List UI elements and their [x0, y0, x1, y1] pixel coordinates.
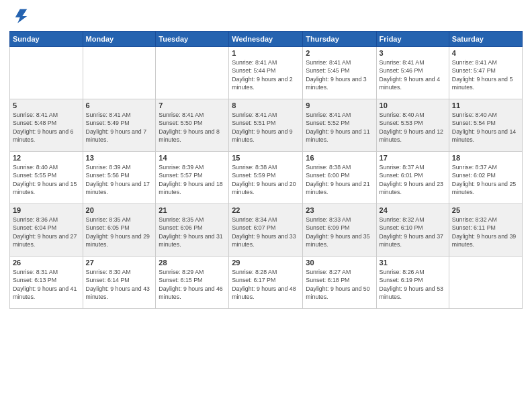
- calendar-cell: 26Sunrise: 8:31 AM Sunset: 6:13 PM Dayli…: [10, 257, 83, 309]
- calendar-week-row: 5Sunrise: 8:41 AM Sunset: 5:48 PM Daylig…: [10, 99, 523, 152]
- cell-day-number: 5: [13, 101, 80, 109]
- calendar-cell: 3Sunrise: 8:41 AM Sunset: 5:46 PM Daylig…: [376, 47, 449, 99]
- calendar-cell: 25Sunrise: 8:32 AM Sunset: 6:11 PM Dayli…: [449, 204, 522, 257]
- calendar-cell: 28Sunrise: 8:29 AM Sunset: 6:15 PM Dayli…: [156, 257, 229, 309]
- page: SundayMondayTuesdayWednesdayThursdayFrid…: [0, 0, 532, 411]
- cell-info-text: Sunrise: 8:36 AM Sunset: 6:04 PM Dayligh…: [13, 216, 80, 248]
- cell-info-text: Sunrise: 8:35 AM Sunset: 6:06 PM Dayligh…: [159, 216, 226, 248]
- cell-day-number: 27: [86, 259, 153, 267]
- cell-day-number: 8: [232, 101, 300, 109]
- cell-day-number: 13: [86, 154, 153, 162]
- cell-day-number: 22: [232, 206, 300, 214]
- weekday-header-sunday: Sunday: [10, 32, 83, 47]
- calendar-cell: 8Sunrise: 8:41 AM Sunset: 5:51 PM Daylig…: [229, 99, 303, 152]
- calendar-cell: 27Sunrise: 8:30 AM Sunset: 6:14 PM Dayli…: [83, 257, 156, 309]
- cell-info-text: Sunrise: 8:27 AM Sunset: 6:18 PM Dayligh…: [306, 268, 373, 301]
- cell-day-number: 4: [452, 49, 519, 57]
- calendar-cell: 13Sunrise: 8:39 AM Sunset: 5:56 PM Dayli…: [83, 152, 156, 204]
- cell-info-text: Sunrise: 8:32 AM Sunset: 6:11 PM Dayligh…: [452, 216, 519, 248]
- cell-day-number: 2: [306, 49, 373, 57]
- cell-day-number: 9: [306, 101, 373, 109]
- logo-icon: [9, 7, 28, 26]
- calendar-cell: 24Sunrise: 8:32 AM Sunset: 6:10 PM Dayli…: [376, 204, 449, 257]
- cell-day-number: 28: [159, 259, 226, 267]
- cell-day-number: 25: [452, 206, 519, 214]
- cell-info-text: Sunrise: 8:35 AM Sunset: 6:05 PM Dayligh…: [86, 216, 153, 248]
- weekday-header-friday: Friday: [376, 32, 449, 47]
- calendar-cell: 4Sunrise: 8:41 AM Sunset: 5:47 PM Daylig…: [449, 47, 522, 99]
- cell-info-text: Sunrise: 8:41 AM Sunset: 5:44 PM Dayligh…: [232, 58, 300, 91]
- calendar-cell: 11Sunrise: 8:40 AM Sunset: 5:54 PM Dayli…: [449, 99, 522, 152]
- calendar-cell: 23Sunrise: 8:33 AM Sunset: 6:09 PM Dayli…: [303, 204, 376, 257]
- cell-info-text: Sunrise: 8:31 AM Sunset: 6:13 PM Dayligh…: [13, 268, 80, 301]
- cell-info-text: Sunrise: 8:41 AM Sunset: 5:49 PM Dayligh…: [86, 111, 153, 144]
- cell-day-number: 19: [13, 206, 80, 214]
- cell-info-text: Sunrise: 8:26 AM Sunset: 6:19 PM Dayligh…: [380, 268, 446, 301]
- cell-info-text: Sunrise: 8:29 AM Sunset: 6:15 PM Dayligh…: [159, 268, 226, 301]
- weekday-header-tuesday: Tuesday: [156, 32, 229, 47]
- calendar-cell: 7Sunrise: 8:41 AM Sunset: 5:50 PM Daylig…: [156, 99, 229, 152]
- calendar-cell: [10, 47, 83, 99]
- cell-info-text: Sunrise: 8:28 AM Sunset: 6:17 PM Dayligh…: [232, 268, 300, 301]
- calendar-week-row: 1Sunrise: 8:41 AM Sunset: 5:44 PM Daylig…: [10, 47, 523, 99]
- cell-day-number: 31: [380, 259, 446, 267]
- weekday-header-thursday: Thursday: [303, 32, 376, 47]
- calendar-week-row: 26Sunrise: 8:31 AM Sunset: 6:13 PM Dayli…: [10, 257, 523, 309]
- cell-info-text: Sunrise: 8:41 AM Sunset: 5:48 PM Dayligh…: [13, 111, 80, 144]
- calendar-cell: 10Sunrise: 8:40 AM Sunset: 5:53 PM Dayli…: [376, 99, 449, 152]
- cell-info-text: Sunrise: 8:41 AM Sunset: 5:51 PM Dayligh…: [232, 111, 300, 144]
- calendar-cell: 19Sunrise: 8:36 AM Sunset: 6:04 PM Dayli…: [10, 204, 83, 257]
- cell-day-number: 3: [380, 49, 446, 57]
- cell-day-number: 7: [159, 101, 226, 109]
- calendar-cell: 5Sunrise: 8:41 AM Sunset: 5:48 PM Daylig…: [10, 99, 83, 152]
- calendar-cell: 1Sunrise: 8:41 AM Sunset: 5:44 PM Daylig…: [229, 47, 303, 99]
- cell-day-number: 16: [306, 154, 373, 162]
- cell-info-text: Sunrise: 8:38 AM Sunset: 5:59 PM Dayligh…: [232, 163, 300, 196]
- cell-info-text: Sunrise: 8:41 AM Sunset: 5:50 PM Dayligh…: [159, 111, 226, 144]
- cell-info-text: Sunrise: 8:39 AM Sunset: 5:56 PM Dayligh…: [86, 163, 153, 196]
- cell-day-number: 6: [86, 101, 153, 109]
- weekday-header-wednesday: Wednesday: [229, 32, 303, 47]
- cell-day-number: 29: [232, 259, 300, 267]
- cell-day-number: 18: [452, 154, 519, 162]
- cell-info-text: Sunrise: 8:41 AM Sunset: 5:47 PM Dayligh…: [452, 58, 519, 91]
- calendar-table: SundayMondayTuesdayWednesdayThursdayFrid…: [9, 31, 523, 309]
- calendar-cell: 16Sunrise: 8:38 AM Sunset: 6:00 PM Dayli…: [303, 152, 376, 204]
- cell-info-text: Sunrise: 8:39 AM Sunset: 5:57 PM Dayligh…: [159, 163, 226, 196]
- calendar-cell: 15Sunrise: 8:38 AM Sunset: 5:59 PM Dayli…: [229, 152, 303, 204]
- calendar-cell: [449, 257, 522, 309]
- weekday-header-saturday: Saturday: [449, 32, 522, 47]
- cell-info-text: Sunrise: 8:41 AM Sunset: 5:46 PM Dayligh…: [380, 58, 446, 91]
- cell-day-number: 1: [232, 49, 300, 57]
- calendar-week-row: 12Sunrise: 8:40 AM Sunset: 5:55 PM Dayli…: [10, 152, 523, 204]
- cell-info-text: Sunrise: 8:40 AM Sunset: 5:54 PM Dayligh…: [452, 111, 519, 144]
- calendar-cell: 2Sunrise: 8:41 AM Sunset: 5:45 PM Daylig…: [303, 47, 376, 99]
- calendar-cell: 17Sunrise: 8:37 AM Sunset: 6:01 PM Dayli…: [376, 152, 449, 204]
- cell-day-number: 21: [159, 206, 226, 214]
- calendar-cell: [83, 47, 156, 99]
- svg-marker-0: [15, 9, 28, 24]
- calendar-cell: 6Sunrise: 8:41 AM Sunset: 5:49 PM Daylig…: [83, 99, 156, 152]
- calendar-cell: 20Sunrise: 8:35 AM Sunset: 6:05 PM Dayli…: [83, 204, 156, 257]
- calendar-cell: 12Sunrise: 8:40 AM Sunset: 5:55 PM Dayli…: [10, 152, 83, 204]
- cell-day-number: 10: [380, 101, 446, 109]
- cell-day-number: 11: [452, 101, 519, 109]
- cell-day-number: 17: [380, 154, 446, 162]
- logo: [9, 7, 31, 26]
- cell-info-text: Sunrise: 8:40 AM Sunset: 5:53 PM Dayligh…: [380, 111, 446, 144]
- cell-day-number: 14: [159, 154, 226, 162]
- calendar-cell: 29Sunrise: 8:28 AM Sunset: 6:17 PM Dayli…: [229, 257, 303, 309]
- header: [9, 7, 523, 26]
- cell-info-text: Sunrise: 8:32 AM Sunset: 6:10 PM Dayligh…: [380, 216, 446, 248]
- calendar-cell: 18Sunrise: 8:37 AM Sunset: 6:02 PM Dayli…: [449, 152, 522, 204]
- cell-info-text: Sunrise: 8:37 AM Sunset: 6:02 PM Dayligh…: [452, 163, 519, 196]
- cell-info-text: Sunrise: 8:41 AM Sunset: 5:45 PM Dayligh…: [306, 58, 373, 91]
- calendar-cell: 30Sunrise: 8:27 AM Sunset: 6:18 PM Dayli…: [303, 257, 376, 309]
- cell-day-number: 24: [380, 206, 446, 214]
- cell-info-text: Sunrise: 8:41 AM Sunset: 5:52 PM Dayligh…: [306, 111, 373, 144]
- weekday-header-row: SundayMondayTuesdayWednesdayThursdayFrid…: [10, 32, 523, 47]
- calendar-cell: 22Sunrise: 8:34 AM Sunset: 6:07 PM Dayli…: [229, 204, 303, 257]
- cell-day-number: 12: [13, 154, 80, 162]
- cell-info-text: Sunrise: 8:37 AM Sunset: 6:01 PM Dayligh…: [380, 163, 446, 196]
- cell-day-number: 26: [13, 259, 80, 267]
